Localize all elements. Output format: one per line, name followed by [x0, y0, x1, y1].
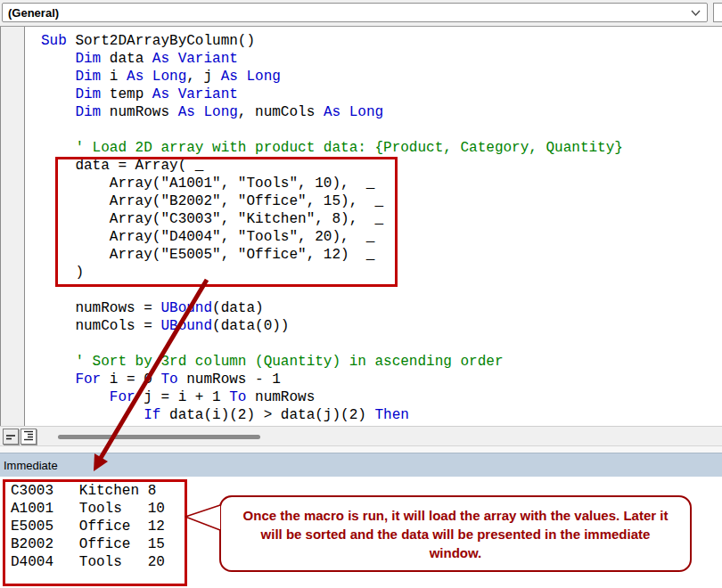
code-line: Array("A1001", "Tools", 10), _: [41, 175, 623, 192]
code-line: ' Load 2D array with product data: {Prod…: [41, 139, 623, 157]
code-line: numRows = UBound(data): [41, 299, 623, 317]
code-content[interactable]: Sub Sort2DArrayByColumn() Dim data As Va…: [41, 32, 623, 424]
code-line: data = Array( _: [41, 157, 623, 175]
immediate-output[interactable]: C3003 Kitchen 8A1001 Tools 10E5005 Offic…: [11, 482, 165, 571]
procedure-toolbar: (General): [0, 0, 722, 27]
code-line: [41, 121, 623, 139]
immediate-output-line: B2002 Office 15: [11, 535, 165, 553]
code-line: Array("C3003", "Kitchen", 8), _: [41, 210, 623, 228]
horizontal-scrollbar[interactable]: [0, 426, 722, 446]
code-line: Dim i As Long, j As Long: [41, 68, 623, 86]
code-line: [41, 282, 623, 299]
immediate-output-line: D4004 Tools 20: [11, 553, 165, 571]
code-line: Dim numRows As Long, numCols As Long: [41, 103, 623, 121]
code-line: ' Sort by 3rd column (Quantity) in ascen…: [41, 353, 623, 371]
general-dropdown-value: (General): [3, 6, 687, 20]
adjacent-dropdown-edge: [713, 3, 722, 22]
general-dropdown[interactable]: (General): [2, 3, 708, 22]
code-line: Array("E5005", "Office", 12) _: [41, 246, 623, 264]
procedure-view-icon: [6, 429, 16, 445]
code-line: For i = 0 To numRows - 1: [41, 371, 623, 388]
code-line: Array("B2002", "Office", 15), _: [41, 192, 623, 210]
code-line: numCols = UBound(data(0)): [41, 317, 623, 335]
immediate-title: Immediate: [0, 459, 58, 472]
code-line: For j = i + 1 To numRows: [41, 388, 623, 406]
immediate-output-line: E5005 Office 12: [11, 518, 165, 535]
full-module-view-button[interactable]: [21, 429, 37, 445]
callout-text: Once the macro is run, it will load the …: [235, 506, 676, 562]
immediate-output-line: A1001 Tools 10: [11, 500, 165, 518]
code-line: If data(i)(2) > data(j)(2) Then: [41, 406, 623, 424]
code-editor[interactable]: Sub Sort2DArrayByColumn() Dim data As Va…: [0, 27, 722, 426]
callout-bubble: Once the macro is run, it will load the …: [219, 495, 692, 572]
immediate-output-line: C3003 Kitchen 8: [11, 482, 165, 500]
code-line: Dim data As Variant: [41, 50, 623, 68]
code-line: ): [41, 264, 623, 282]
code-line: [41, 335, 623, 353]
full-module-view-icon: [24, 429, 34, 445]
immediate-titlebar[interactable]: Immediate: [0, 453, 722, 478]
code-line: Array("D4004", "Tools", 20), _: [41, 228, 623, 246]
scrollbar-thumb[interactable]: [58, 435, 260, 439]
procedure-view-button[interactable]: [3, 429, 19, 445]
chevron-down-icon[interactable]: [687, 9, 703, 17]
code-line: Dim temp As Variant: [41, 86, 623, 103]
margin-indicator-bar: [1, 27, 25, 426]
code-line: Sub Sort2DArrayByColumn(): [41, 32, 623, 50]
